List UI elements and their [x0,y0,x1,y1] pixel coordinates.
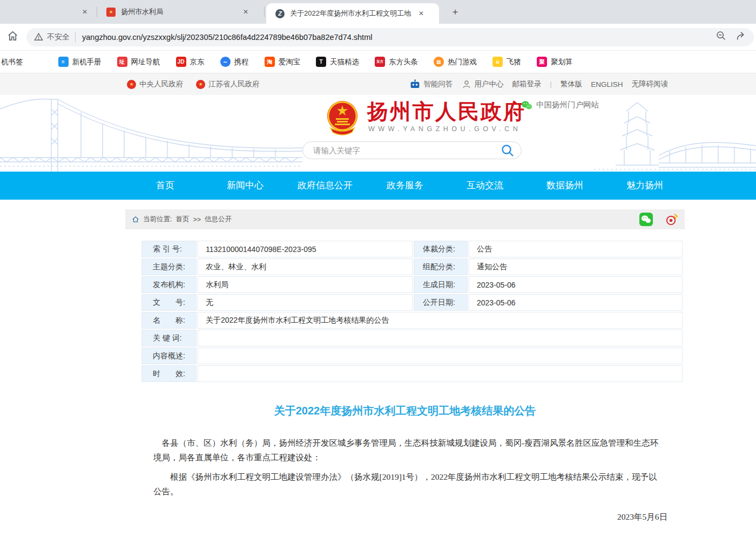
address-bar[interactable]: 不安全 yangzhou.gov.cn/yzszxxgk/slj/202305/… [26,28,754,46]
national-emblem-icon [325,100,360,135]
jiangsu-gov-link[interactable]: ★ 江苏省人民政府 [196,79,260,89]
accessibility-link[interactable]: 无障碍阅读 [632,79,669,89]
nav-item-interaction[interactable]: 互动交流 [445,172,525,200]
tab-title: 扬州市水利局 [121,7,240,17]
home-icon[interactable] [6,30,19,44]
content-container: 当前位置: 首页 >> 信息公开 索 引 号: 1132100001440709… [125,209,685,538]
portal-link[interactable]: 中国扬州门户网站 [521,100,599,110]
bookmark-item[interactable]: ≡ 新机手册 [58,57,102,67]
nav-item-services[interactable]: 政务服务 [365,172,445,200]
field-label: 关 键 词: [141,330,197,346]
field-label: 索 引 号: [141,241,197,257]
bookmark-item[interactable]: 址 网址导航 [117,57,160,67]
field-label: 时 效: [141,365,197,382]
zoom-out-icon[interactable] [716,30,727,44]
site-search [302,141,522,159]
tab-active-announcement[interactable]: Z 关于2022年度扬州市水利工程文明工地 ✕ [266,3,439,24]
bookmark-item[interactable]: ▦ 热门游戏 [434,57,477,67]
field-value: 无 [198,294,413,311]
tmall-icon: T [316,57,326,67]
field-label: 体裁分类: [414,241,468,257]
bookmarks-bar: 机书签 ≡ 新机手册 址 网址导航 JD 京东 ～ 携程 淘 爱淘宝 T 天猫精… [0,51,756,73]
breadcrumb-home-link[interactable]: 首页 [176,215,189,224]
field-value: 通知公告 [469,258,683,275]
document-info-table: 索 引 号: 11321000014407098E-2023-095 体裁分类:… [141,241,683,382]
nav-item-news[interactable]: 新闻中心 [205,172,285,200]
taobao-icon: 淘 [265,57,275,67]
site-subtitle: WWW.YANGZHOU.GOV.CN [368,125,526,133]
smart-qa-link[interactable]: 智能问答 [409,79,453,89]
nav-item-data[interactable]: 数据扬州 [525,172,605,200]
table-row: 时 效: [141,365,683,382]
manual-icon: ≡ [58,57,69,67]
english-link[interactable]: ENGLISH [591,80,623,88]
tab-yangzhou-water-bureau[interactable]: ★ 扬州市水利局 ✕ [99,0,262,24]
share-wechat-icon[interactable] [639,213,653,226]
field-value [198,348,683,364]
field-value: 2023-05-06 [469,276,683,293]
breadcrumb: 当前位置: 首页 >> 信息公开 [125,209,685,229]
bookmark-item[interactable]: 机书签 [1,57,23,67]
table-row: 内容概述: [141,348,683,364]
eastday-icon: 东方 [375,57,385,67]
table-row: 名 称: 关于2022年度扬州市水利工程文明工地考核结果的公告 [141,312,683,329]
article-paragraph: 各县（市、区）水利（务）局，扬州经济开发区城乡事务管理局，生态科技新城规划建设局… [153,435,665,465]
field-value: 关于2022年度扬州市水利工程文明工地考核结果的公告 [198,312,683,329]
bookmark-item[interactable]: ～ 携程 [220,57,249,67]
bookmark-item[interactable]: 东方 东方头条 [375,57,418,67]
field-value [198,365,683,382]
field-label: 名 称: [141,312,197,329]
table-row: 索 引 号: 11321000014407098E-2023-095 体裁分类:… [141,241,683,257]
search-input[interactable] [303,146,501,155]
traditional-chinese-link[interactable]: 繁体版 [561,79,583,89]
tab-separator [97,6,97,17]
wechat-icon [521,100,532,110]
ctrip-dolphin-icon: ～ [220,57,231,67]
site-favicon-icon: Z [275,9,285,18]
field-value: 水利局 [198,276,413,293]
bridge-illustration [0,95,302,172]
gov-emblem-favicon-icon: ★ [106,8,116,17]
nav-item-charm[interactable]: 魅力扬州 [605,172,685,200]
share-weibo-icon[interactable] [665,213,678,226]
central-gov-link[interactable]: ★ 中央人民政府 [127,79,183,89]
bookmark-item[interactable]: JD 京东 [176,57,205,67]
new-tab-button[interactable]: ＋ [448,5,462,19]
bookmark-item[interactable]: 聚 聚划算 [537,57,573,67]
breadcrumb-prefix: 当前位置: [143,215,172,224]
article-date: 2023年5月6日 [125,512,685,523]
jd-icon: JD [176,57,186,67]
field-value: 11321000014407098E-2023-095 [198,241,413,257]
main-navigation: 首页 新闻中心 政府信息公开 政务服务 互动交流 数据扬州 魅力扬州 [0,172,756,200]
field-label: 生成日期: [414,276,468,293]
field-label: 文 号: [141,294,197,311]
field-label: 公开日期: [414,294,468,311]
article-body: 各县（市、区）水利（务）局，扬州经济开发区城乡事务管理局，生态科技新城规划建设局… [125,435,685,499]
url-text[interactable]: yangzhou.gov.cn/yzszxxgk/slj/202305/210c… [82,33,707,42]
table-row: 关 键 词: [141,330,683,346]
table-row: 发布机构: 水利局 生成日期: 2023-05-06 [141,276,683,293]
nav-item-home[interactable]: 首页 [125,172,205,200]
field-label: 内容概述: [141,348,197,364]
nav-item-info-disclosure[interactable]: 政府信息公开 [285,172,365,200]
bookmark-item[interactable]: ∪ 飞猪 [492,57,521,67]
bookmark-item[interactable]: T 天猫精选 [316,57,359,67]
tab-close-icon[interactable]: ✕ [241,7,251,17]
omnibox-divider [75,32,76,42]
user-center-link[interactable]: 用户中心 [462,79,504,89]
share-icon[interactable] [735,30,747,44]
tab-close-icon[interactable]: ✕ [416,9,426,18]
security-label[interactable]: 不安全 [47,32,70,42]
mail-login-link[interactable]: 邮箱登录 [512,79,542,89]
site-logo[interactable]: 扬州市人民政府 WWW.YANGZHOU.GOV.CN [325,100,526,135]
table-row: 主题分类: 农业、林业、水利 组配分类: 通知公告 [141,258,683,275]
games-icon: ▦ [434,57,444,67]
search-icon[interactable] [501,144,515,158]
tab-title: 关于2022年度扬州市水利工程文明工地 [290,9,414,18]
divider: | [550,80,552,88]
breadcrumb-current[interactable]: 信息公开 [205,215,232,224]
juhuasuan-icon: 聚 [537,57,547,67]
tab-close-icon[interactable]: ✕ [80,7,90,17]
bookmark-item[interactable]: 淘 爱淘宝 [265,57,301,67]
warning-icon [34,32,43,42]
